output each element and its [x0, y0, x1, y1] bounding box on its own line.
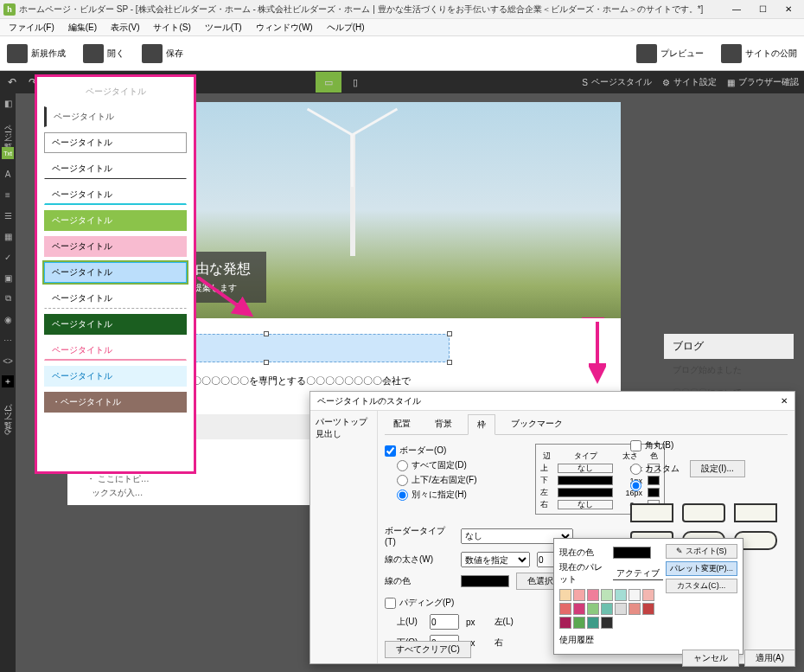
style-option[interactable]: ページタイトル [44, 184, 187, 205]
palette-change-button[interactable]: パレット変更(P)... [666, 561, 738, 576]
close-button[interactable]: ✕ [776, 2, 801, 17]
apply-button[interactable]: 適用(A) [744, 650, 795, 667]
palette-color[interactable] [573, 617, 585, 629]
gutter-check-icon[interactable]: ✓ [2, 251, 14, 263]
palette-color[interactable] [573, 589, 585, 601]
rounded-settings-button[interactable]: 設定(I)... [690, 460, 745, 477]
tab-background[interactable]: 背景 [426, 414, 461, 434]
gutter-parts-label: パーツ一覧 [3, 398, 14, 415]
palette-color[interactable] [642, 603, 654, 615]
palette-color[interactable] [573, 603, 585, 615]
shape-preset[interactable] [682, 503, 725, 522]
gutter-list-icon[interactable]: ≡ [2, 189, 14, 201]
palette-color[interactable] [642, 589, 654, 601]
menu-site[interactable]: サイト(S) [148, 20, 195, 35]
gutter-refresh-icon[interactable]: ⟳ [2, 426, 14, 438]
menu-view[interactable]: 表示(V) [105, 20, 144, 35]
tab-layout[interactable]: 配置 [385, 414, 419, 434]
dialog-close-icon[interactable]: ✕ [781, 396, 788, 406]
style-option[interactable]: ページタイトル [44, 366, 187, 387]
blog-heading: ブログ [664, 334, 794, 359]
rounded-custom-radio[interactable]: カスタム 設定(I)... [630, 460, 786, 477]
left-gutter: ◧ ページ一覧 Txt A ≡ ☰ ▦ ✓ ▣ ⧉ ◉ ⋯ <> ＋ パーツ一覧… [0, 93, 16, 672]
border-color-swatch [461, 575, 509, 587]
style-option[interactable]: ページタイトル [44, 132, 187, 153]
gutter-map-icon[interactable]: ◉ [2, 313, 14, 325]
palette-tab-active[interactable]: アクティブ [613, 567, 663, 580]
gutter-code-icon[interactable]: <> [2, 355, 14, 367]
app-icon: h [3, 3, 16, 16]
preview-button[interactable]: プレビュー [636, 44, 704, 63]
style-option[interactable]: ページタイトル [44, 340, 187, 361]
new-icon [7, 44, 28, 63]
menu-window[interactable]: ウィンドウ(W) [251, 20, 318, 35]
palette-color[interactable] [601, 589, 613, 601]
style-option[interactable]: ・ページタイトル [44, 392, 187, 413]
titlebar: h ホームページ・ビルダー SP - [株式会社ビルダーズ・ホーム - 株式会社… [0, 0, 804, 19]
palette-color[interactable] [559, 589, 571, 601]
style-option[interactable]: ページタイトル [44, 314, 187, 335]
windmill-graphic [333, 135, 355, 256]
palette-color[interactable] [587, 617, 599, 629]
device-mobile-tab[interactable]: ▯ [342, 72, 368, 93]
palette-color[interactable] [615, 603, 627, 615]
style-option[interactable]: ページタイトル [44, 210, 187, 231]
style-picker-panel: ページタイトル ページタイトル ページタイトル ページタイトル ページタイトル … [35, 74, 196, 474]
style-option-selected[interactable]: ページタイトル [44, 262, 187, 283]
new-button[interactable]: 新規作成 [7, 44, 66, 63]
gutter-image-icon[interactable]: ▣ [2, 272, 14, 284]
gutter-grid-icon[interactable]: ▦ [2, 230, 14, 242]
gutter-a-icon[interactable]: A [2, 168, 14, 180]
dialog-tabs: 配置 背景 枠 ブックマーク [385, 414, 788, 435]
menu-help[interactable]: ヘルプ(H) [322, 20, 370, 35]
palette-color[interactable] [629, 603, 641, 615]
device-desktop-tab[interactable]: ▭ [316, 72, 341, 93]
eyedropper-button[interactable]: ✎ スポイト(S) [666, 544, 738, 559]
palette-color[interactable] [587, 589, 599, 601]
gutter-menu-icon[interactable]: ☰ [2, 209, 14, 221]
style-option[interactable]: ページタイトル [44, 236, 187, 257]
undo-icon[interactable]: ↶ [5, 75, 19, 89]
save-button[interactable]: 保存 [142, 44, 183, 63]
open-icon [83, 44, 104, 63]
gutter-pages-icon[interactable]: ◧ [2, 97, 14, 109]
color-palette [559, 589, 663, 629]
maximize-button[interactable]: ☐ [750, 2, 775, 17]
palette-color[interactable] [601, 603, 613, 615]
tab-border[interactable]: 枠 [468, 414, 495, 435]
gutter-more-icon[interactable]: ⋯ [2, 334, 14, 346]
palette-color[interactable] [615, 589, 627, 601]
open-button[interactable]: 開く [83, 44, 124, 63]
clear-all-button[interactable]: すべてクリア(C) [385, 641, 471, 658]
padding-top-input[interactable] [430, 614, 459, 630]
dialog-left-tree[interactable]: パーツトップ 見出し [310, 411, 378, 663]
minimize-button[interactable]: — [724, 2, 749, 17]
page-style-button[interactable]: Sページスタイル [582, 76, 652, 88]
rounded-checkbox[interactable]: 角丸(B) [630, 439, 786, 451]
gutter-text-icon[interactable]: Txt [2, 147, 14, 159]
palette-color[interactable] [587, 603, 599, 615]
style-option[interactable]: ページタイトル [44, 288, 187, 309]
shape-preset[interactable] [630, 503, 673, 522]
palette-color[interactable] [629, 589, 641, 601]
browser-check-button[interactable]: ▦ブラウザー確認 [727, 76, 799, 88]
style-option[interactable]: ページタイトル [44, 158, 187, 179]
rounded-preset-radio[interactable] [630, 480, 786, 491]
palette-color[interactable] [559, 603, 571, 615]
cancel-button[interactable]: ャンセル [682, 650, 739, 667]
menu-file[interactable]: ファイル(F) [3, 20, 60, 35]
menu-tool[interactable]: ツール(T) [200, 20, 247, 35]
gutter-plus-icon[interactable]: ＋ [2, 375, 14, 387]
gutter-social-icon[interactable]: ⧉ [2, 292, 14, 304]
palette-color[interactable] [559, 617, 571, 629]
window-title: ホームページ・ビルダー SP - [株式会社ビルダーズ・ホーム - 株式会社ビル… [19, 3, 724, 16]
style-option[interactable]: ページタイトル [44, 106, 187, 127]
palette-color[interactable] [601, 617, 613, 629]
menu-edit[interactable]: 編集(E) [63, 20, 102, 35]
tab-bookmark[interactable]: ブックマーク [502, 414, 571, 434]
site-settings-button[interactable]: ⚙サイト設定 [662, 76, 717, 88]
publish-button[interactable]: サイトの公開 [721, 44, 797, 63]
custom-color-button[interactable]: カスタム(C)... [666, 579, 738, 593]
border-width-mode-select[interactable]: 数値を指定 [461, 552, 530, 567]
shape-preset[interactable] [734, 503, 777, 522]
